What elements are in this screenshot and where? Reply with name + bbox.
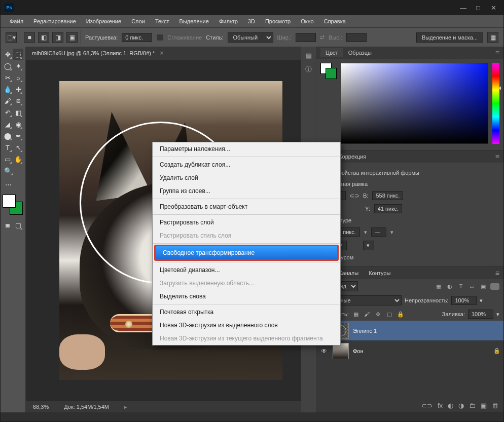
color-picker[interactable] xyxy=(341,63,488,144)
gradient-tool[interactable]: ◢ xyxy=(3,119,13,130)
color-swatches[interactable] xyxy=(3,195,23,215)
filter-smart-icon[interactable]: ▣ xyxy=(479,283,487,290)
history-brush-tool[interactable]: ↶ xyxy=(3,107,13,118)
layer-item[interactable]: 👁 Фон 🔒 xyxy=(316,341,503,361)
tab-paths[interactable]: Контуры xyxy=(364,268,395,278)
subtract-selection-icon[interactable]: ◨ xyxy=(52,32,63,43)
visibility-icon[interactable]: 👁 xyxy=(319,348,329,355)
context-item[interactable]: Создать дубликат слоя... xyxy=(153,158,340,171)
context-item[interactable]: Растрировать слой xyxy=(153,216,340,229)
context-item[interactable]: Параметры наложения... xyxy=(153,142,340,156)
lock-pixels-icon[interactable]: ▦ xyxy=(352,311,360,318)
magic-wand-tool[interactable]: ✦ xyxy=(13,60,23,71)
tab-color[interactable]: Цвет xyxy=(320,48,343,57)
mask-icon[interactable]: ◐ xyxy=(448,402,453,409)
context-item[interactable]: Цветовой диапазон... xyxy=(153,263,340,277)
prop-w[interactable]: 558 пикс. xyxy=(372,191,403,200)
dropper-tool[interactable]: 💧 xyxy=(3,84,13,95)
pen-tool[interactable]: ✒ xyxy=(13,130,23,141)
quickmask-icon[interactable]: ◙ xyxy=(3,219,13,231)
context-item[interactable]: Группа из слоев... xyxy=(153,184,340,198)
menu-edit[interactable]: Редактирование xyxy=(29,17,80,26)
menu-layer[interactable]: Слои xyxy=(127,17,149,26)
crop-tool[interactable]: ✂ xyxy=(3,72,13,83)
link-layers-icon[interactable]: ⊂⊃ xyxy=(421,402,433,409)
stamp-tool[interactable]: ⧇ xyxy=(13,95,23,106)
dodge-tool[interactable]: ⬤ xyxy=(3,130,13,141)
menu-file[interactable]: Файл xyxy=(6,17,27,26)
context-item[interactable]: Новая 3D-экструзия из выделенного слоя xyxy=(153,319,340,332)
adjust-layer-icon[interactable]: ◑ xyxy=(458,402,464,409)
lock-artboard-icon[interactable]: ▢ xyxy=(385,311,393,318)
filter-toggle[interactable] xyxy=(490,283,499,290)
new-layer-icon[interactable]: ▣ xyxy=(481,402,487,409)
type-tool[interactable]: T xyxy=(3,142,13,153)
stroke-style[interactable]: — xyxy=(371,227,386,237)
dock-icon-1[interactable]: ▤ xyxy=(304,52,314,62)
context-item[interactable]: Преобразовать в смарт-объект xyxy=(153,200,340,213)
hue-slider[interactable] xyxy=(492,63,499,144)
foreground-swatch[interactable] xyxy=(3,195,16,208)
menu-filter[interactable]: Фильтр xyxy=(215,17,242,26)
new-selection-icon[interactable]: ■ xyxy=(24,32,35,43)
add-selection-icon[interactable]: ◧ xyxy=(38,32,49,43)
lock-icon[interactable]: 🔒 xyxy=(493,348,500,354)
tab-swatches[interactable]: Образцы xyxy=(343,48,377,57)
feather-input[interactable] xyxy=(122,33,152,42)
dock-icon-2[interactable]: ⓘ xyxy=(304,65,314,75)
healing-tool[interactable]: ✚ xyxy=(13,84,23,95)
context-item[interactable]: Почтовая открытка xyxy=(153,305,340,319)
screenmode-icon[interactable]: ▢ xyxy=(13,219,23,231)
brush-tool[interactable]: 🖌 xyxy=(3,95,13,106)
tool-preset-icon[interactable]: ⬚▾ xyxy=(6,32,17,43)
move-tool[interactable]: ✥ xyxy=(3,49,13,60)
align-select[interactable]: ▾ xyxy=(363,241,374,250)
style-select[interactable]: Обычный xyxy=(228,32,273,43)
layer-name[interactable]: Эллипс 1 xyxy=(353,328,377,334)
document-tab[interactable]: mlh09iC8x6U.jpg @ 68,3% (Эллипс 1, RGB/8… xyxy=(26,47,301,60)
lasso-tool[interactable]: ◯ xyxy=(3,60,13,71)
link-icon[interactable]: ⊂⊃ xyxy=(350,193,359,199)
lock-brush-icon[interactable]: 🖌 xyxy=(363,311,371,317)
blur-tool[interactable]: ◉ xyxy=(13,119,23,130)
select-and-mask-button[interactable]: Выделение и маска... xyxy=(416,32,483,43)
filter-adjust-icon[interactable]: ◐ xyxy=(446,283,454,290)
menu-window[interactable]: Окно xyxy=(297,17,318,26)
shape-tool[interactable]: ▭ xyxy=(3,154,13,165)
intersect-selection-icon[interactable]: ▣ xyxy=(66,32,78,43)
path-tool[interactable]: ↖ xyxy=(13,142,23,153)
minimize-button[interactable]: — xyxy=(460,4,466,12)
zoom-tool[interactable]: 🔍 xyxy=(3,165,14,176)
context-item[interactable]: Свободное трансформирование xyxy=(154,245,339,261)
delete-layer-icon[interactable]: 🗑 xyxy=(492,402,498,409)
maximize-button[interactable]: □ xyxy=(475,4,481,12)
menu-select[interactable]: Выделение xyxy=(175,17,213,26)
filter-shape-icon[interactable]: ▱ xyxy=(468,283,476,290)
menu-image[interactable]: Изображение xyxy=(82,17,125,26)
layer-item[interactable]: 👁 Эллипс 1 xyxy=(316,321,503,341)
group-icon[interactable]: 🗀 xyxy=(469,402,476,409)
opacity-value[interactable]: 100% xyxy=(451,296,477,305)
zoom-level[interactable]: 68,3% xyxy=(33,404,49,410)
eraser-tool[interactable]: ◧ xyxy=(13,107,23,118)
menu-type[interactable]: Текст xyxy=(151,17,173,26)
fx-icon[interactable]: fx xyxy=(438,402,443,409)
lock-position-icon[interactable]: ✥ xyxy=(374,311,382,318)
panel-menu-icon[interactable]: ≡ xyxy=(495,269,499,277)
context-item[interactable]: Выделить снова xyxy=(153,290,340,303)
marquee-tool[interactable]: ⬚ xyxy=(13,49,23,60)
workspace-icon[interactable]: ▦ xyxy=(487,32,498,43)
color-swatch-pair[interactable] xyxy=(320,63,337,79)
panel-menu-icon[interactable]: ≡ xyxy=(495,49,499,57)
menu-help[interactable]: Справка xyxy=(320,17,350,26)
lock-all-icon[interactable]: 🔒 xyxy=(397,311,405,318)
menu-view[interactable]: Просмотр xyxy=(261,17,295,26)
eyedropper-tool[interactable]: ⌕ xyxy=(13,72,23,83)
panel-menu-icon[interactable]: ≡ xyxy=(495,152,499,161)
edit-toolbar-icon[interactable]: ⋯ xyxy=(3,179,14,190)
antialias-checkbox[interactable] xyxy=(156,34,163,41)
close-button[interactable]: ✕ xyxy=(490,4,496,12)
hand-tool[interactable]: ✋ xyxy=(13,154,23,165)
filter-type-icon[interactable]: T xyxy=(457,283,465,290)
prop-y[interactable]: 41 пикс. xyxy=(374,204,402,213)
